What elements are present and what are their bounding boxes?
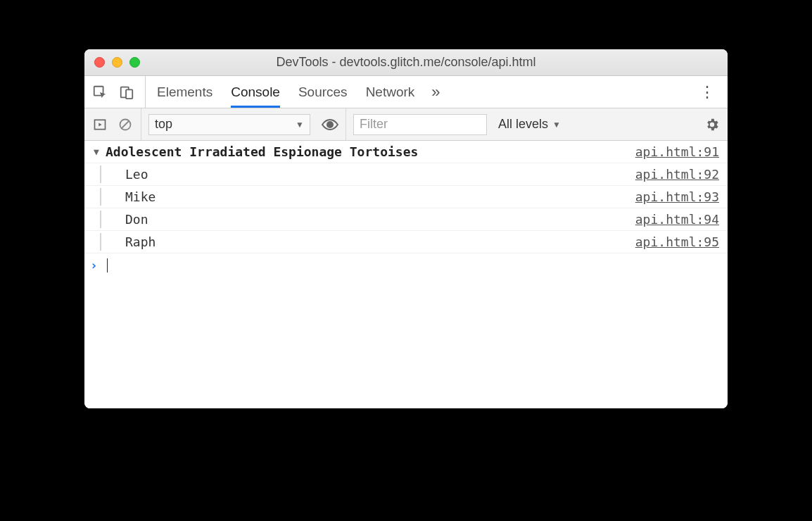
maximize-window-button[interactable] [129,57,140,68]
console-log-row: Leo api.html:92 [84,163,728,186]
group-indent-line [100,165,101,183]
svg-rect-2 [126,89,132,99]
execution-context-label: top [155,117,172,132]
inspect-element-icon[interactable] [91,84,108,101]
close-window-button[interactable] [94,57,105,68]
source-link[interactable]: api.html:93 [635,189,719,204]
tab-sources[interactable]: Sources [298,76,348,108]
traffic-lights [84,57,140,68]
console-settings-icon[interactable] [704,116,721,133]
window-title: DevTools - devtools.glitch.me/console/ap… [84,55,728,70]
svg-line-5 [122,121,129,128]
prompt-chevron-icon: › [90,258,103,272]
chevron-down-icon: ▼ [552,120,561,130]
toggle-console-drawer-icon[interactable] [91,116,108,133]
tab-network[interactable]: Network [366,76,415,108]
log-text: Raph [107,234,635,249]
live-expression-icon[interactable] [322,116,338,133]
log-levels-label: All levels [498,117,548,132]
text-caret [107,258,108,272]
group-label: Adolescent Irradiated Espionage Tortoise… [103,144,635,159]
group-indent-line [100,188,101,206]
clear-console-icon[interactable] [117,116,134,133]
group-indent-line [100,233,101,251]
log-text: Mike [107,189,635,204]
log-text: Leo [107,167,635,182]
filter-input[interactable] [353,114,487,135]
devtools-window: DevTools - devtools.glitch.me/console/ap… [84,49,728,408]
chevron-down-icon: ▼ [296,120,304,130]
tabs-toolbar: Elements Console Sources Network » ⋮ [84,76,728,108]
svg-point-6 [326,121,334,128]
source-link[interactable]: api.html:94 [635,212,719,227]
minimize-window-button[interactable] [112,57,122,68]
disclosure-triangle-icon[interactable]: ▼ [90,146,103,157]
console-log-row: Mike api.html:93 [84,186,728,208]
log-levels-select[interactable]: All levels ▼ [494,117,565,132]
console-log-row: Don api.html:94 [84,208,728,231]
source-link[interactable]: api.html:92 [635,167,719,182]
group-indent-line [100,211,101,228]
source-link[interactable]: api.html:91 [635,144,719,159]
tab-elements[interactable]: Elements [157,76,212,108]
settings-menu-icon[interactable]: ⋮ [694,83,721,101]
titlebar: DevTools - devtools.glitch.me/console/ap… [84,49,728,76]
tab-console[interactable]: Console [231,76,280,108]
more-tabs-icon[interactable]: » [429,83,443,101]
log-text: Don [107,212,635,227]
console-toolbar: top ▼ All levels ▼ [84,108,728,141]
console-log-row: Raph api.html:95 [84,231,728,253]
panel-tabs: Elements Console Sources Network [146,76,414,108]
console-group-header[interactable]: ▼ Adolescent Irradiated Espionage Tortoi… [84,141,728,163]
device-toolbar-icon[interactable] [118,84,135,101]
console-prompt[interactable]: › [84,253,728,277]
source-link[interactable]: api.html:95 [635,234,719,249]
execution-context-select[interactable]: top ▼ [148,114,310,135]
console-output: ▼ Adolescent Irradiated Espionage Tortoi… [84,141,728,408]
